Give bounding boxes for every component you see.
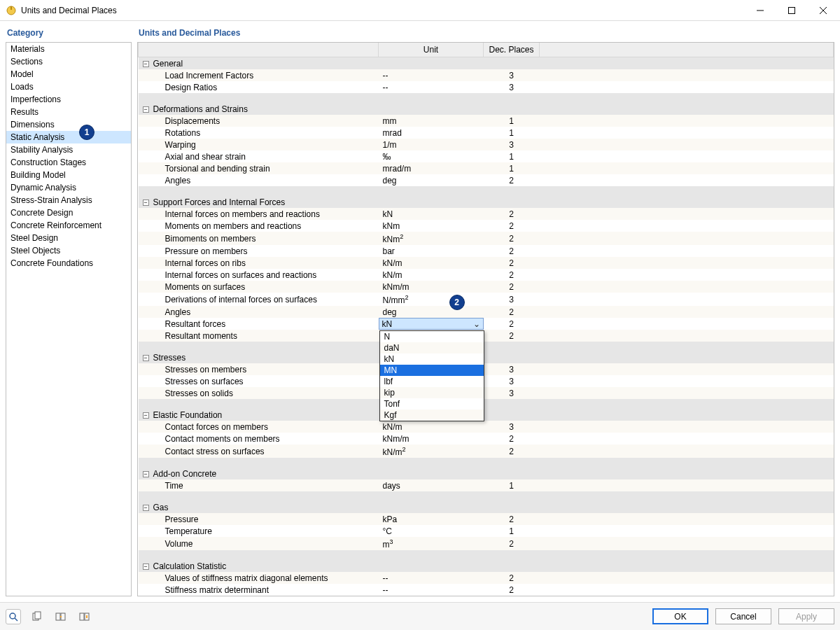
copy-settings-button[interactable] xyxy=(29,609,45,624)
row-unit-cell[interactable]: kNm/m xyxy=(379,433,484,444)
row-dec-cell[interactable]: 3 xyxy=(484,293,540,306)
row-dec-cell[interactable]: 3 xyxy=(484,375,540,387)
unit-dropdown-list[interactable]: NdaNkNMNlbfkipTonfKgf xyxy=(379,330,484,421)
row-dec-cell[interactable]: 2 xyxy=(484,572,540,584)
row-dec-cell[interactable]: 2 xyxy=(484,208,540,220)
collapse-toggle-icon[interactable]: − xyxy=(143,505,149,511)
row-unit-cell[interactable]: kN⌄ xyxy=(379,318,484,330)
grid-scroll[interactable]: Unit Dec. Places −GeneralLoad Increment … xyxy=(138,43,834,596)
row-dec-cell[interactable]: 1 xyxy=(484,150,540,162)
row-unit-cell[interactable]: deg xyxy=(379,306,484,318)
search-units-button[interactable] xyxy=(6,609,21,624)
row-dec-cell[interactable]: 2 xyxy=(484,281,540,293)
row-unit-cell[interactable]: kN xyxy=(379,208,484,220)
collapse-toggle-icon[interactable]: − xyxy=(143,564,149,570)
collapse-toggle-icon[interactable]: − xyxy=(143,106,149,113)
row-dec-cell[interactable]: 1 xyxy=(484,127,540,139)
row-unit-cell[interactable]: kNm/m xyxy=(379,281,484,293)
collapse-toggle-icon[interactable]: − xyxy=(143,471,149,477)
row-unit-cell[interactable]: bar xyxy=(379,245,484,257)
row-dec-cell[interactable]: 2 xyxy=(484,330,540,342)
sidebar-item[interactable]: Materials xyxy=(6,43,131,55)
row-dec-cell[interactable]: 1 xyxy=(484,162,540,174)
row-unit-cell[interactable]: kNm xyxy=(379,220,484,232)
unit-combobox[interactable]: kN⌄ xyxy=(379,318,484,330)
row-unit-cell[interactable]: m3 xyxy=(379,537,484,550)
group-header-row[interactable]: −Add-on Concrete xyxy=(139,468,834,479)
group-header-row[interactable]: −Support Forces and Internal Forces xyxy=(139,196,834,208)
row-unit-cell[interactable]: kN/m2 xyxy=(379,444,484,458)
close-button[interactable] xyxy=(807,0,839,20)
sidebar-item[interactable]: Concrete Reinforcement xyxy=(6,219,131,232)
row-dec-cell[interactable]: 2 xyxy=(484,318,540,330)
sidebar-item[interactable]: Stress-Strain Analysis xyxy=(6,194,131,206)
ok-button[interactable]: OK xyxy=(652,608,708,624)
col-header-unit[interactable]: Unit xyxy=(379,43,484,57)
cancel-button[interactable]: Cancel xyxy=(715,608,771,624)
sidebar-item[interactable]: Stability Analysis xyxy=(6,144,131,156)
dropdown-option[interactable]: MN xyxy=(380,365,484,376)
row-unit-cell[interactable]: N/mm2 xyxy=(379,293,484,306)
reset-settings-button[interactable] xyxy=(77,609,92,624)
row-dec-cell[interactable]: 1 xyxy=(484,479,540,491)
row-unit-cell[interactable]: mrad xyxy=(379,127,484,139)
sidebar-item[interactable]: Steel Objects xyxy=(6,244,131,257)
sidebar-item[interactable]: Dimensions xyxy=(6,118,131,131)
dropdown-option[interactable]: kip xyxy=(380,387,484,398)
row-dec-cell[interactable]: 2 xyxy=(484,513,540,525)
col-header-dec[interactable]: Dec. Places xyxy=(484,43,540,57)
row-dec-cell[interactable]: 2 xyxy=(484,584,540,596)
sidebar-item[interactable]: Model xyxy=(6,68,131,80)
row-dec-cell[interactable]: 1 xyxy=(484,115,540,127)
sidebar-item[interactable]: Concrete Design xyxy=(6,206,131,219)
row-dec-cell[interactable]: 2 xyxy=(484,269,540,281)
row-dec-cell[interactable]: 3 xyxy=(484,139,540,150)
row-dec-cell[interactable]: 2 xyxy=(484,433,540,444)
row-dec-cell[interactable]: 2 xyxy=(484,537,540,550)
group-header-row[interactable]: −Deformations and Strains xyxy=(139,103,834,115)
maximize-button[interactable] xyxy=(776,0,807,20)
group-header-row[interactable]: −General xyxy=(139,57,834,70)
group-header-row[interactable]: −Calculation Statistic xyxy=(139,560,834,572)
sidebar-item[interactable]: Imperfections xyxy=(6,93,131,106)
sidebar-item[interactable]: Steel Design xyxy=(6,232,131,244)
row-dec-cell[interactable]: 2 xyxy=(484,232,540,245)
row-dec-cell[interactable]: 3 xyxy=(484,387,540,399)
row-unit-cell[interactable]: kNm2 xyxy=(379,232,484,245)
row-unit-cell[interactable]: days xyxy=(379,479,484,491)
dropdown-option[interactable]: Kgf xyxy=(380,410,484,421)
row-unit-cell[interactable]: -- xyxy=(379,572,484,584)
row-unit-cell[interactable]: -- xyxy=(379,584,484,596)
row-dec-cell[interactable]: 1 xyxy=(484,525,540,537)
dropdown-option[interactable]: Tonf xyxy=(380,398,484,410)
row-dec-cell[interactable]: 2 xyxy=(484,444,540,458)
row-dec-cell[interactable]: 3 xyxy=(484,69,540,81)
row-unit-cell[interactable]: 1/m xyxy=(379,139,484,150)
dropdown-option[interactable]: daN xyxy=(380,342,484,354)
category-list[interactable]: MaterialsSectionsModelLoadsImperfections… xyxy=(6,42,132,596)
dropdown-option[interactable]: lbf xyxy=(380,376,484,387)
sidebar-item[interactable]: Building Model xyxy=(6,169,131,181)
minimize-button[interactable] xyxy=(744,0,776,20)
row-dec-cell[interactable]: 2 xyxy=(484,245,540,257)
collapse-toggle-icon[interactable]: − xyxy=(143,355,149,361)
row-dec-cell[interactable]: 2 xyxy=(484,174,540,186)
row-unit-cell[interactable]: mm xyxy=(379,115,484,127)
sidebar-item[interactable]: Construction Stages xyxy=(6,156,131,169)
row-dec-cell[interactable]: 3 xyxy=(484,81,540,93)
sidebar-item[interactable]: Results xyxy=(6,106,131,118)
group-header-row[interactable]: −Gas xyxy=(139,501,834,513)
row-unit-cell[interactable]: -- xyxy=(379,69,484,81)
dropdown-option[interactable]: N xyxy=(380,331,484,342)
chevron-down-icon[interactable]: ⌄ xyxy=(472,319,482,329)
collapse-toggle-icon[interactable]: − xyxy=(143,200,149,206)
sidebar-item[interactable]: Static Analysis xyxy=(6,131,131,144)
apply-button[interactable]: Apply xyxy=(778,608,834,624)
row-dec-cell[interactable]: 2 xyxy=(484,257,540,269)
sidebar-item[interactable]: Concrete Foundations xyxy=(6,257,131,270)
row-unit-cell[interactable]: °C xyxy=(379,525,484,537)
row-dec-cell[interactable]: 3 xyxy=(484,363,540,375)
row-dec-cell[interactable]: 3 xyxy=(484,421,540,433)
group-header-row[interactable]: −Stresses xyxy=(139,351,834,363)
dropdown-option[interactable]: kN xyxy=(380,354,484,365)
